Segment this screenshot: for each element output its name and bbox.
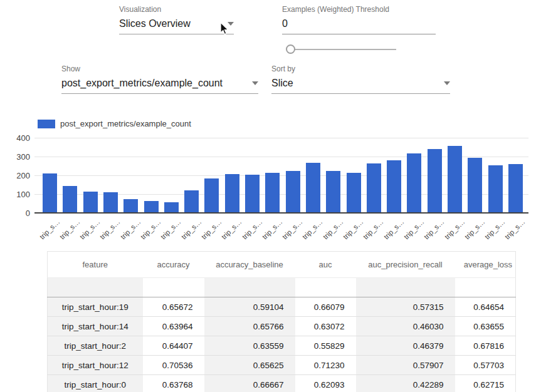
filter-cell[interactable] xyxy=(204,278,295,297)
metric-cell: 0.46379 xyxy=(356,336,455,356)
metric-cell: 0.65766 xyxy=(204,317,295,336)
gridline xyxy=(34,138,528,138)
column-header[interactable]: feature xyxy=(48,252,143,278)
bar[interactable] xyxy=(83,192,98,213)
column-header[interactable]: auc xyxy=(295,252,356,278)
bar[interactable] xyxy=(144,201,159,213)
bar[interactable] xyxy=(508,164,523,213)
bar[interactable] xyxy=(428,149,442,213)
filter-cell[interactable] xyxy=(295,278,356,297)
metric-cell: 0.65625 xyxy=(204,356,295,375)
metric-cell: 0.71230 xyxy=(295,356,356,375)
filter-cell[interactable] xyxy=(48,278,143,297)
sort-by-select[interactable]: Sort by Slice xyxy=(271,64,450,94)
metric-cell: 0.59104 xyxy=(204,297,295,317)
metric-cell: 0.70536 xyxy=(143,356,204,375)
metric-cell: 0.63655 xyxy=(455,317,516,336)
metric-cell: 0.66667 xyxy=(204,375,295,392)
visualization-label: Visualization xyxy=(119,5,234,14)
metric-cell: 0.65672 xyxy=(143,297,204,317)
metric-cell: 0.62093 xyxy=(295,375,356,392)
bar[interactable] xyxy=(387,160,401,213)
slider-thumb[interactable] xyxy=(286,44,295,54)
y-axis-tick: 0 xyxy=(5,209,30,217)
column-header[interactable]: accuracy_baseline xyxy=(204,252,295,278)
metric-cell: 0.63559 xyxy=(204,336,295,356)
bar[interactable] xyxy=(448,146,462,213)
mouse-cursor-icon xyxy=(219,22,232,36)
bar[interactable] xyxy=(488,165,503,213)
bar[interactable] xyxy=(63,186,77,213)
bar-chart: 0100200300400trip_s…trip_s…trip_s…trip_s… xyxy=(0,116,541,250)
metric-cell: 0.57907 xyxy=(356,356,455,375)
threshold-label: Examples (Weighted) Threshold xyxy=(282,5,436,14)
bar[interactable] xyxy=(265,173,280,213)
metric-cell: 0.66079 xyxy=(295,297,356,317)
bar[interactable] xyxy=(326,171,340,213)
metric-cell: 0.46030 xyxy=(356,317,455,336)
filter-cell[interactable] xyxy=(455,278,516,297)
filter-cell[interactable] xyxy=(143,278,204,297)
bar[interactable] xyxy=(347,173,361,213)
y-axis-tick: 100 xyxy=(5,190,30,199)
chevron-down-icon[interactable] xyxy=(444,81,450,85)
bar[interactable] xyxy=(225,174,239,213)
metric-cell: 0.42289 xyxy=(356,375,455,392)
metric-cell: 0.64407 xyxy=(143,336,204,356)
visualization-value[interactable]: Slices Overview xyxy=(119,18,191,29)
slider-track[interactable] xyxy=(294,49,396,50)
metric-cell: 0.55829 xyxy=(295,336,356,356)
metric-cell: 0.62715 xyxy=(455,375,516,392)
show-metric-select[interactable]: Show post_export_metrics/example_count xyxy=(61,64,258,94)
metric-cell: 0.57703 xyxy=(455,356,516,375)
threshold-field[interactable]: Examples (Weighted) Threshold 0 xyxy=(282,5,436,34)
x-axis-line xyxy=(34,212,528,214)
metric-cell: 0.64654 xyxy=(455,297,516,317)
feature-cell: trip_start_hour:2 xyxy=(48,336,143,356)
chevron-down-icon[interactable] xyxy=(252,81,258,85)
column-header[interactable]: average_loss xyxy=(455,252,516,278)
column-header[interactable]: accuracy xyxy=(143,252,204,278)
metric-cell: 0.67816 xyxy=(455,336,516,356)
metric-cell: 0.63768 xyxy=(143,375,204,392)
bar[interactable] xyxy=(164,202,179,213)
visualization-select[interactable]: Visualization Slices Overview xyxy=(119,5,234,34)
metric-cell: 0.63072 xyxy=(295,317,356,336)
sort-by-value[interactable]: Slice xyxy=(271,78,293,89)
threshold-value[interactable]: 0 xyxy=(282,18,288,29)
table-row: trip_start_hour:140.639640.657660.630720… xyxy=(48,317,516,336)
show-label: Show xyxy=(61,64,258,73)
table-row: trip_start_hour:120.705360.656250.712300… xyxy=(48,356,516,375)
bar[interactable] xyxy=(407,153,421,213)
metrics-table: featureaccuracyaccuracy_baselineaucauc_p… xyxy=(47,251,516,392)
bar[interactable] xyxy=(286,171,300,213)
table-row: trip_start_hour:20.644070.635590.558290.… xyxy=(48,336,516,356)
table-row: trip_start_hour:00.637680.666670.620930.… xyxy=(48,375,516,392)
feature-cell: trip_start_hour:12 xyxy=(48,356,143,375)
table-row: trip_start_hour:190.656720.591040.660790… xyxy=(48,297,516,317)
feature-cell: trip_start_hour:19 xyxy=(48,297,143,317)
metric-cell: 0.63964 xyxy=(143,317,204,336)
sort-by-label: Sort by xyxy=(271,64,450,73)
y-axis-tick: 300 xyxy=(5,153,30,161)
y-axis-tick: 200 xyxy=(5,172,30,180)
bar[interactable] xyxy=(123,199,138,213)
bar[interactable] xyxy=(468,158,482,213)
bar[interactable] xyxy=(245,175,260,213)
bar[interactable] xyxy=(306,163,320,213)
bar[interactable] xyxy=(184,190,199,213)
bar[interactable] xyxy=(43,173,57,213)
show-value[interactable]: post_export_metrics/example_count xyxy=(61,78,223,89)
bar[interactable] xyxy=(103,192,118,213)
filter-cell[interactable] xyxy=(356,278,455,297)
bar[interactable] xyxy=(367,163,381,213)
feature-cell: trip_start_hour:14 xyxy=(48,317,143,336)
column-header[interactable]: auc_precision_recall xyxy=(356,252,455,278)
bar[interactable] xyxy=(204,178,219,213)
metric-cell: 0.57315 xyxy=(356,297,455,317)
y-axis-tick: 400 xyxy=(5,134,30,142)
feature-cell: trip_start_hour:0 xyxy=(48,375,143,392)
